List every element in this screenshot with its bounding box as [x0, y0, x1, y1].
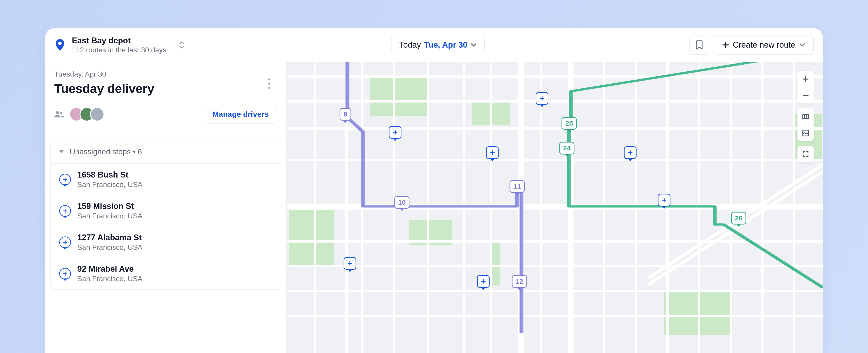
map-stop-pin[interactable]: 24	[559, 142, 575, 154]
map-stop-pin[interactable]: 10	[394, 196, 409, 209]
stop-location: San Francisco, USA	[77, 275, 143, 283]
map-stop-pin[interactable]: 9	[340, 108, 351, 120]
chevron-down-icon	[799, 43, 805, 47]
main-area: Tuesday, Apr 30 Tuesday delivery Manage …	[45, 62, 823, 353]
stop-item[interactable]: 159 Mission St San Francisco, USA	[51, 195, 281, 226]
unassigned-stops-label: Unassigned stops • 6	[70, 147, 142, 156]
stop-item[interactable]: 92 Mirabel Ave San Francisco, USA	[51, 258, 281, 289]
driver-avatar[interactable]	[90, 107, 104, 121]
chevron-down-icon	[471, 43, 476, 47]
location-pin-icon	[54, 39, 66, 50]
sidebar: Tuesday, Apr 30 Tuesday delivery Manage …	[45, 62, 287, 353]
svg-point-0	[58, 41, 62, 45]
drivers-row: Manage drivers	[54, 105, 277, 123]
map-add-pin[interactable]	[486, 146, 499, 159]
header-bar: East Bay depot 112 routes in the last 30…	[45, 28, 823, 62]
date-value: Tue, Apr 30	[424, 40, 467, 50]
stop-item[interactable]: 1658 Bush St San Francisco, USA	[51, 164, 281, 195]
fullscreen-button[interactable]	[798, 146, 814, 162]
create-route-label: Create new route	[733, 40, 795, 50]
map-icon	[802, 113, 809, 120]
date-label: Today	[399, 40, 421, 50]
add-stop-pin-icon	[59, 205, 71, 217]
add-stop-pin-icon	[59, 237, 71, 248]
depot-selector[interactable]: East Bay depot 112 routes in the last 30…	[54, 36, 186, 54]
svg-point-2	[60, 112, 62, 114]
stop-address: 1658 Bush St	[77, 170, 143, 180]
satellite-button[interactable]	[798, 125, 814, 141]
map-add-pin[interactable]	[658, 194, 671, 206]
expand-icon	[802, 151, 809, 157]
map-add-pin[interactable]	[389, 126, 401, 139]
stop-address: 92 Mirabel Ave	[77, 264, 143, 274]
kebab-menu-button[interactable]	[265, 77, 274, 90]
people-icon	[54, 111, 64, 118]
driver-avatars	[69, 107, 104, 121]
stop-item[interactable]: 1277 Alabama St San Francisco, USA	[51, 226, 281, 258]
stop-location: San Francisco, USA	[77, 180, 143, 189]
zoom-out-button[interactable]	[798, 87, 814, 103]
route-date: Tuesday, Apr 30	[54, 70, 277, 78]
map-stop-pin[interactable]: 26	[731, 212, 746, 224]
create-route-button[interactable]: Create new route	[714, 35, 814, 55]
svg-rect-3	[803, 130, 809, 136]
depot-name: East Bay depot	[72, 36, 166, 45]
map-add-pin[interactable]	[536, 92, 548, 105]
depot-subtitle: 112 routes in the last 30 days	[72, 46, 166, 54]
date-picker[interactable]: Today Tue, Apr 30	[391, 36, 485, 54]
plus-icon	[722, 42, 729, 48]
map-canvas[interactable]: 9101112252426	[287, 62, 823, 353]
unassigned-stops-card: Unassigned stops • 6 1658 Bush St San Fr…	[50, 140, 281, 290]
bookmark-icon	[696, 40, 703, 49]
stop-location: San Francisco, USA	[77, 212, 143, 220]
route-title: Tuesday delivery	[54, 81, 277, 96]
bookmark-button[interactable]	[689, 35, 709, 55]
manage-drivers-button[interactable]: Manage drivers	[204, 105, 277, 123]
add-stop-pin-icon	[59, 174, 71, 185]
map-controls	[798, 71, 814, 162]
map-background	[287, 62, 823, 353]
svg-point-1	[56, 111, 59, 114]
route-header: Tuesday, Apr 30 Tuesday delivery Manage …	[45, 62, 286, 132]
stop-address: 159 Mission St	[77, 202, 143, 211]
map-add-pin[interactable]	[477, 275, 490, 288]
add-stop-pin-icon	[59, 268, 71, 280]
stop-address: 1277 Alabama St	[77, 233, 143, 242]
stop-location: San Francisco, USA	[77, 243, 143, 252]
stops-list: 1658 Bush St San Francisco, USA 159 Miss…	[51, 164, 281, 289]
caret-down-icon	[59, 150, 64, 153]
map-layers-button[interactable]	[798, 108, 814, 125]
image-icon	[802, 130, 809, 137]
map-stop-pin[interactable]: 25	[561, 117, 577, 130]
map-add-pin[interactable]	[624, 146, 637, 159]
depot-chevron-icon[interactable]	[177, 39, 186, 50]
map-add-pin[interactable]	[344, 257, 356, 270]
map-stop-pin[interactable]: 11	[509, 180, 525, 193]
app-window: East Bay depot 112 routes in the last 30…	[45, 28, 823, 353]
zoom-in-button[interactable]	[798, 71, 814, 87]
map-stop-pin[interactable]: 12	[512, 275, 527, 288]
unassigned-stops-header[interactable]: Unassigned stops • 6	[51, 140, 281, 164]
